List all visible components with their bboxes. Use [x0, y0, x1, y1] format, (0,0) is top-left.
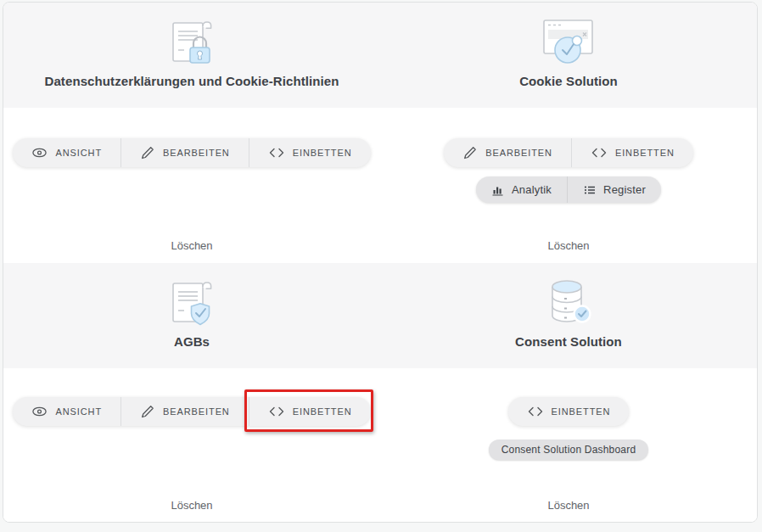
eye-icon — [31, 404, 48, 419]
product-header-agbs: AGBs — [3, 263, 380, 368]
secondary-group-cookie: Analytik Register — [476, 176, 661, 203]
register-label: Register — [603, 183, 646, 196]
pencil-icon — [140, 145, 155, 160]
einbetten-button[interactable]: EINBETTEN — [508, 397, 630, 426]
bearbeiten-button[interactable]: BEARBEITEN — [120, 138, 249, 167]
einbetten-label: EINBETTEN — [615, 148, 675, 158]
ansicht-label: ANSICHT — [55, 148, 102, 158]
delete-link[interactable]: Löschen — [547, 239, 589, 252]
document-shield-icon — [167, 274, 216, 327]
register-button[interactable]: Register — [567, 176, 661, 203]
actions-agbs: ANSICHT BEARBEITEN EINBETTEN — [3, 368, 380, 522]
actions-privacy: ANSICHT BEARBEITEN EINBETTEN Löschen — [3, 108, 380, 263]
eye-icon — [31, 145, 48, 160]
code-icon — [268, 145, 285, 160]
bar-chart-icon — [491, 183, 505, 197]
delete-link[interactable]: Löschen — [547, 499, 589, 512]
products-card: Datenschutzerklärungen und Cookie-Richtl… — [3, 2, 758, 523]
pencil-icon — [140, 404, 155, 419]
delete-link[interactable]: Löschen — [171, 499, 212, 512]
document-lock-icon — [167, 14, 216, 66]
action-group-consent: EINBETTEN — [508, 397, 630, 426]
einbetten-button[interactable]: EINBETTEN — [571, 138, 693, 167]
consent-solution-dashboard-button[interactable]: Consent Solution Dashboard — [489, 440, 649, 460]
einbetten-button[interactable]: EINBETTEN — [249, 138, 371, 167]
einbetten-label: EINBETTEN — [293, 148, 352, 158]
product-title: Cookie Solution — [519, 74, 618, 88]
action-group-cookie: BEARBEITEN EINBETTEN — [444, 138, 693, 167]
product-title: Datenschutzerklärungen und Cookie-Richtl… — [44, 74, 339, 88]
pencil-icon — [462, 145, 478, 160]
product-header-privacy: Datenschutzerklärungen und Cookie-Richtl… — [3, 3, 380, 108]
bearbeiten-button[interactable]: BEARBEITEN — [120, 397, 249, 426]
product-header-consent-solution: Consent Solution — [380, 263, 757, 368]
bearbeiten-button[interactable]: BEARBEITEN — [444, 138, 571, 167]
bearbeiten-label: BEARBEITEN — [485, 148, 552, 158]
actions-consent-solution: EINBETTEN Consent Solution Dashboard Lös… — [380, 368, 757, 522]
browser-cookie-icon — [541, 14, 596, 66]
list-icon — [583, 183, 597, 197]
bearbeiten-label: BEARBEITEN — [163, 406, 230, 417]
analytik-button[interactable]: Analytik — [476, 176, 567, 203]
header-row-1: Datenschutzerklärungen und Cookie-Richtl… — [3, 3, 757, 108]
ansicht-button[interactable]: ANSICHT — [13, 397, 120, 426]
header-row-2: AGBs Consent Solution — [3, 263, 757, 368]
product-header-cookie-solution: Cookie Solution — [380, 3, 757, 108]
code-icon — [268, 404, 285, 419]
einbetten-button-highlighted[interactable]: EINBETTEN — [249, 397, 371, 426]
product-title: Consent Solution — [515, 334, 622, 349]
actions-row-1: ANSICHT BEARBEITEN EINBETTEN Löschen — [3, 108, 757, 263]
analytik-label: Analytik — [512, 183, 552, 196]
action-group-privacy: ANSICHT BEARBEITEN EINBETTEN — [13, 138, 370, 167]
actions-row-2: ANSICHT BEARBEITEN EINBETTEN — [3, 368, 757, 522]
code-icon — [591, 145, 608, 160]
action-group-agbs: ANSICHT BEARBEITEN EINBETTEN — [13, 397, 370, 426]
ansicht-button[interactable]: ANSICHT — [13, 138, 120, 167]
bearbeiten-label: BEARBEITEN — [163, 148, 230, 158]
einbetten-label: EINBETTEN — [552, 406, 611, 417]
delete-link[interactable]: Löschen — [171, 239, 212, 252]
code-icon — [527, 404, 544, 419]
ansicht-label: ANSICHT — [55, 406, 102, 417]
database-check-icon — [543, 274, 594, 327]
actions-cookie-solution: BEARBEITEN EINBETTEN — [380, 108, 757, 263]
einbetten-label: EINBETTEN — [293, 406, 352, 417]
product-title: AGBs — [174, 334, 210, 349]
